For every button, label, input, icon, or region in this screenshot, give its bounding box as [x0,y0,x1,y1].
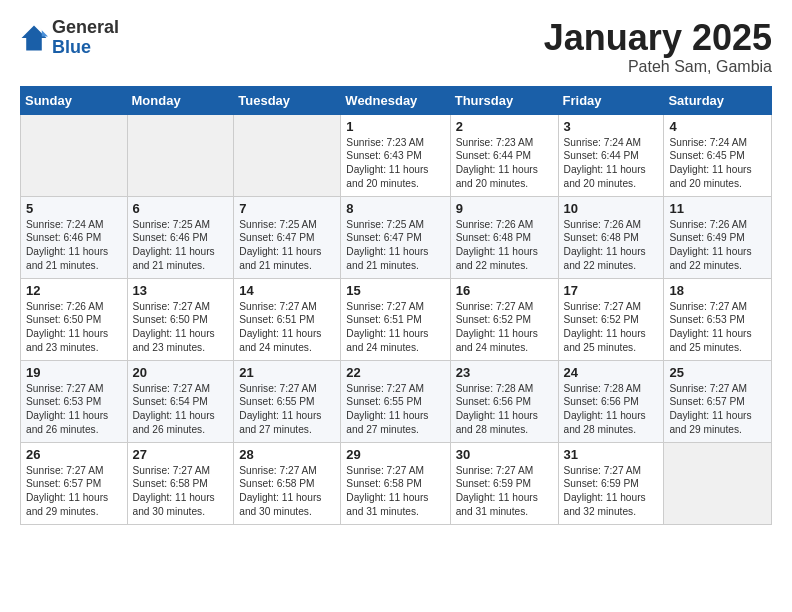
day-cell: 24Sunrise: 7:28 AM Sunset: 6:56 PM Dayli… [558,360,664,442]
day-number: 25 [669,365,766,380]
day-number: 15 [346,283,444,298]
day-number: 9 [456,201,553,216]
day-number: 14 [239,283,335,298]
weekday-header: Monday [127,86,234,114]
day-info: Sunrise: 7:27 AM Sunset: 6:55 PM Dayligh… [346,382,444,437]
day-cell: 20Sunrise: 7:27 AM Sunset: 6:54 PM Dayli… [127,360,234,442]
calendar-table: SundayMondayTuesdayWednesdayThursdayFrid… [20,86,772,525]
day-info: Sunrise: 7:23 AM Sunset: 6:44 PM Dayligh… [456,136,553,191]
day-info: Sunrise: 7:24 AM Sunset: 6:46 PM Dayligh… [26,218,122,273]
day-number: 30 [456,447,553,462]
day-number: 26 [26,447,122,462]
day-number: 22 [346,365,444,380]
weekday-header-row: SundayMondayTuesdayWednesdayThursdayFrid… [21,86,772,114]
day-info: Sunrise: 7:27 AM Sunset: 6:57 PM Dayligh… [26,464,122,519]
day-cell [127,114,234,196]
day-cell: 27Sunrise: 7:27 AM Sunset: 6:58 PM Dayli… [127,442,234,524]
day-cell: 29Sunrise: 7:27 AM Sunset: 6:58 PM Dayli… [341,442,450,524]
day-cell: 10Sunrise: 7:26 AM Sunset: 6:48 PM Dayli… [558,196,664,278]
day-number: 2 [456,119,553,134]
day-cell: 30Sunrise: 7:27 AM Sunset: 6:59 PM Dayli… [450,442,558,524]
svg-marker-0 [22,25,47,50]
day-cell [234,114,341,196]
day-number: 3 [564,119,659,134]
day-cell: 26Sunrise: 7:27 AM Sunset: 6:57 PM Dayli… [21,442,128,524]
week-row: 26Sunrise: 7:27 AM Sunset: 6:57 PM Dayli… [21,442,772,524]
day-info: Sunrise: 7:25 AM Sunset: 6:47 PM Dayligh… [346,218,444,273]
day-cell: 9Sunrise: 7:26 AM Sunset: 6:48 PM Daylig… [450,196,558,278]
day-info: Sunrise: 7:27 AM Sunset: 6:52 PM Dayligh… [456,300,553,355]
weekday-header: Wednesday [341,86,450,114]
day-cell: 18Sunrise: 7:27 AM Sunset: 6:53 PM Dayli… [664,278,772,360]
day-info: Sunrise: 7:27 AM Sunset: 6:57 PM Dayligh… [669,382,766,437]
day-info: Sunrise: 7:25 AM Sunset: 6:47 PM Dayligh… [239,218,335,273]
day-info: Sunrise: 7:26 AM Sunset: 6:48 PM Dayligh… [456,218,553,273]
day-info: Sunrise: 7:27 AM Sunset: 6:59 PM Dayligh… [456,464,553,519]
weekday-header: Saturday [664,86,772,114]
day-info: Sunrise: 7:26 AM Sunset: 6:48 PM Dayligh… [564,218,659,273]
day-info: Sunrise: 7:27 AM Sunset: 6:51 PM Dayligh… [239,300,335,355]
day-cell: 7Sunrise: 7:25 AM Sunset: 6:47 PM Daylig… [234,196,341,278]
weekday-header: Thursday [450,86,558,114]
day-cell: 15Sunrise: 7:27 AM Sunset: 6:51 PM Dayli… [341,278,450,360]
day-cell: 8Sunrise: 7:25 AM Sunset: 6:47 PM Daylig… [341,196,450,278]
day-cell: 25Sunrise: 7:27 AM Sunset: 6:57 PM Dayli… [664,360,772,442]
day-cell: 31Sunrise: 7:27 AM Sunset: 6:59 PM Dayli… [558,442,664,524]
day-number: 29 [346,447,444,462]
day-number: 1 [346,119,444,134]
day-info: Sunrise: 7:28 AM Sunset: 6:56 PM Dayligh… [456,382,553,437]
day-number: 6 [133,201,229,216]
day-cell: 3Sunrise: 7:24 AM Sunset: 6:44 PM Daylig… [558,114,664,196]
logo-icon [20,24,48,52]
day-cell: 6Sunrise: 7:25 AM Sunset: 6:46 PM Daylig… [127,196,234,278]
day-cell: 13Sunrise: 7:27 AM Sunset: 6:50 PM Dayli… [127,278,234,360]
day-number: 21 [239,365,335,380]
day-cell: 5Sunrise: 7:24 AM Sunset: 6:46 PM Daylig… [21,196,128,278]
day-info: Sunrise: 7:27 AM Sunset: 6:58 PM Dayligh… [346,464,444,519]
day-cell: 17Sunrise: 7:27 AM Sunset: 6:52 PM Dayli… [558,278,664,360]
day-cell: 12Sunrise: 7:26 AM Sunset: 6:50 PM Dayli… [21,278,128,360]
logo-general-label: General [52,18,119,38]
week-row: 1Sunrise: 7:23 AM Sunset: 6:43 PM Daylig… [21,114,772,196]
header: General Blue January 2025 Pateh Sam, Gam… [20,18,772,76]
day-number: 23 [456,365,553,380]
day-info: Sunrise: 7:28 AM Sunset: 6:56 PM Dayligh… [564,382,659,437]
day-number: 7 [239,201,335,216]
day-cell: 2Sunrise: 7:23 AM Sunset: 6:44 PM Daylig… [450,114,558,196]
weekday-header: Tuesday [234,86,341,114]
day-number: 12 [26,283,122,298]
week-row: 19Sunrise: 7:27 AM Sunset: 6:53 PM Dayli… [21,360,772,442]
day-number: 8 [346,201,444,216]
day-info: Sunrise: 7:27 AM Sunset: 6:52 PM Dayligh… [564,300,659,355]
day-cell [664,442,772,524]
day-number: 24 [564,365,659,380]
day-info: Sunrise: 7:27 AM Sunset: 6:59 PM Dayligh… [564,464,659,519]
day-cell: 11Sunrise: 7:26 AM Sunset: 6:49 PM Dayli… [664,196,772,278]
day-number: 31 [564,447,659,462]
day-info: Sunrise: 7:27 AM Sunset: 6:55 PM Dayligh… [239,382,335,437]
day-number: 10 [564,201,659,216]
day-cell: 19Sunrise: 7:27 AM Sunset: 6:53 PM Dayli… [21,360,128,442]
day-cell: 21Sunrise: 7:27 AM Sunset: 6:55 PM Dayli… [234,360,341,442]
day-cell: 23Sunrise: 7:28 AM Sunset: 6:56 PM Dayli… [450,360,558,442]
day-number: 13 [133,283,229,298]
day-number: 5 [26,201,122,216]
logo-text: General Blue [52,18,119,58]
day-number: 19 [26,365,122,380]
day-cell: 16Sunrise: 7:27 AM Sunset: 6:52 PM Dayli… [450,278,558,360]
day-number: 17 [564,283,659,298]
day-cell [21,114,128,196]
weekday-header: Sunday [21,86,128,114]
day-number: 16 [456,283,553,298]
calendar-page: General Blue January 2025 Pateh Sam, Gam… [0,0,792,543]
day-info: Sunrise: 7:27 AM Sunset: 6:58 PM Dayligh… [133,464,229,519]
day-cell: 1Sunrise: 7:23 AM Sunset: 6:43 PM Daylig… [341,114,450,196]
day-number: 18 [669,283,766,298]
week-row: 12Sunrise: 7:26 AM Sunset: 6:50 PM Dayli… [21,278,772,360]
day-info: Sunrise: 7:27 AM Sunset: 6:51 PM Dayligh… [346,300,444,355]
title-location: Pateh Sam, Gambia [544,58,772,76]
day-info: Sunrise: 7:26 AM Sunset: 6:49 PM Dayligh… [669,218,766,273]
day-info: Sunrise: 7:24 AM Sunset: 6:44 PM Dayligh… [564,136,659,191]
title-block: January 2025 Pateh Sam, Gambia [544,18,772,76]
day-info: Sunrise: 7:23 AM Sunset: 6:43 PM Dayligh… [346,136,444,191]
